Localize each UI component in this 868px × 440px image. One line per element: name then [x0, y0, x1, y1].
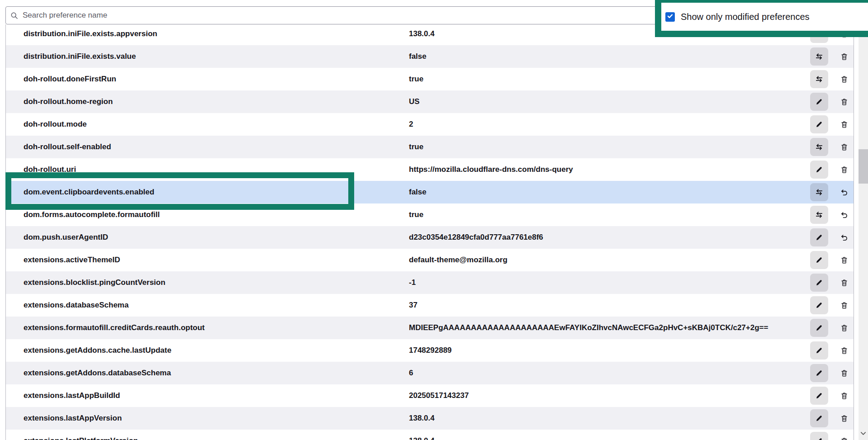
delete-pref-button[interactable]: [836, 139, 852, 155]
pref-row[interactable]: doh-rollout.urihttps://mozilla.cloudflar…: [5, 158, 854, 181]
trash-icon: [840, 392, 848, 400]
toggle-pref-button[interactable]: [810, 138, 828, 156]
preferences-table: distribution.iniFile.exists.appversion13…: [5, 0, 854, 440]
edit-pref-button[interactable]: [810, 115, 828, 133]
toggle-icon: [815, 188, 823, 196]
delete-pref-button[interactable]: [836, 388, 852, 403]
pref-name: distribution.iniFile.exists.value: [24, 52, 136, 61]
trash-icon: [840, 279, 848, 287]
pref-value: 138.0.4: [409, 414, 435, 423]
reset-pref-button[interactable]: [836, 230, 852, 245]
about-config-page: distribution.iniFile.exists.appversion13…: [0, 0, 868, 440]
pref-name: doh-rollout.mode: [24, 120, 87, 129]
pref-row[interactable]: extensions.databaseSchema37: [5, 294, 854, 317]
delete-pref-button[interactable]: [836, 433, 852, 440]
pref-row[interactable]: extensions.lastPlatformVersion138.0.4: [5, 430, 854, 440]
pref-name: dom.event.clipboardevents.enabled: [24, 188, 154, 197]
edit-icon: [816, 437, 823, 440]
scrollbar[interactable]: [859, 21, 868, 440]
edit-pref-button[interactable]: [810, 228, 828, 246]
toggle-pref-button[interactable]: [810, 206, 828, 224]
edit-pref-button[interactable]: [810, 296, 828, 314]
pref-row[interactable]: distribution.iniFile.exists.valuefalse: [5, 45, 854, 68]
pref-name: extensions.databaseSchema: [24, 301, 128, 310]
pref-name: extensions.blocklist.pingCountVersion: [24, 278, 166, 287]
delete-pref-button[interactable]: [836, 320, 852, 336]
chevron-down-icon: [860, 430, 867, 439]
pref-name: extensions.formautofill.creditCards.reau…: [24, 323, 205, 332]
edit-pref-button[interactable]: [810, 364, 828, 382]
show-only-modified-checkbox[interactable]: [665, 12, 675, 22]
pref-row[interactable]: dom.forms.autocomplete.formautofilltrue: [5, 203, 854, 226]
pref-row[interactable]: extensions.activeThemeIDdefault-theme@mo…: [5, 249, 854, 271]
delete-pref-button[interactable]: [836, 252, 852, 268]
show-only-modified-label[interactable]: Show only modified preferences: [681, 12, 810, 22]
pref-value: 1748292889: [409, 346, 452, 355]
edit-pref-button[interactable]: [810, 341, 828, 360]
toggle-pref-button[interactable]: [810, 70, 828, 88]
pref-value: true: [409, 210, 423, 219]
trash-icon: [840, 76, 848, 83]
pref-name: doh-rollout.self-enabled: [24, 142, 111, 151]
pref-row-selected[interactable]: dom.event.clipboardevents.enabledfalse: [5, 181, 854, 203]
trash-icon: [840, 143, 848, 151]
edit-pref-button[interactable]: [810, 432, 828, 440]
delete-pref-button[interactable]: [836, 71, 852, 87]
toggle-pref-button[interactable]: [810, 47, 828, 66]
edit-pref-button[interactable]: [810, 93, 828, 111]
delete-pref-button[interactable]: [836, 275, 852, 290]
pref-value: false: [409, 52, 427, 61]
pref-name: extensions.lastPlatformVersion: [24, 436, 138, 440]
delete-pref-button[interactable]: [836, 49, 852, 64]
trash-icon: [840, 415, 848, 422]
pref-name: doh-rollout.doneFirstRun: [24, 75, 116, 84]
delete-pref-button[interactable]: [836, 298, 852, 313]
pref-row[interactable]: doh-rollout.home-regionUS: [5, 90, 854, 113]
edit-pref-button[interactable]: [810, 161, 828, 179]
toggle-pref-button[interactable]: [810, 183, 828, 201]
trash-icon: [840, 369, 848, 377]
toggle-icon: [815, 143, 823, 151]
delete-pref-button[interactable]: [836, 343, 852, 358]
edit-pref-button[interactable]: [810, 274, 828, 292]
pref-row[interactable]: extensions.blocklist.pingCountVersion-1: [5, 271, 854, 294]
scrollbar-down-button[interactable]: [859, 429, 868, 439]
delete-pref-button[interactable]: [836, 162, 852, 177]
pref-row[interactable]: doh-rollout.mode2: [5, 113, 854, 136]
scrollbar-thumb[interactable]: [859, 149, 868, 184]
pref-row[interactable]: extensions.getAddons.databaseSchema6: [5, 362, 854, 384]
pref-row[interactable]: dom.push.userAgentIDd23c0354e12849cfa0d7…: [5, 226, 854, 249]
pref-row[interactable]: extensions.formautofill.creditCards.reau…: [5, 317, 854, 339]
pref-row[interactable]: doh-rollout.doneFirstRuntrue: [5, 68, 854, 90]
delete-pref-button[interactable]: [836, 117, 852, 132]
pref-name: extensions.activeThemeID: [24, 255, 120, 265]
delete-pref-button[interactable]: [836, 94, 852, 109]
trash-icon: [840, 53, 848, 61]
delete-pref-button[interactable]: [836, 411, 852, 426]
delete-pref-button[interactable]: [836, 365, 852, 381]
trash-icon: [840, 302, 848, 309]
reset-pref-button[interactable]: [836, 185, 852, 200]
pref-name: dom.forms.autocomplete.formautofill: [24, 210, 160, 219]
table-left-border: [5, 24, 6, 440]
reset-pref-button[interactable]: [836, 207, 852, 222]
pref-value: true: [409, 75, 423, 84]
pref-value: 37: [409, 301, 417, 310]
edit-pref-button[interactable]: [810, 387, 828, 405]
pref-row[interactable]: extensions.lastAppVersion138.0.4: [5, 407, 854, 430]
pref-value: 138.0.4: [409, 436, 435, 440]
edit-pref-button[interactable]: [810, 251, 828, 269]
pref-name: distribution.iniFile.exists.appversion: [24, 29, 157, 38]
pref-name: extensions.getAddons.databaseSchema: [24, 369, 171, 378]
edit-pref-button[interactable]: [810, 409, 828, 427]
pref-row[interactable]: extensions.getAddons.cache.lastUpdate174…: [5, 339, 854, 362]
edit-icon: [816, 166, 823, 173]
table-right-border: [854, 24, 854, 440]
pref-value: MDIEEPgAAAAAAAAAAAAAAAAAAAAEwFAYIKoZIhvc…: [409, 323, 768, 332]
edit-pref-button[interactable]: [810, 319, 828, 337]
edit-icon: [816, 324, 823, 331]
pref-row[interactable]: extensions.lastAppBuildId20250517143237: [5, 384, 854, 407]
pref-value: false: [409, 188, 427, 197]
pref-row[interactable]: doh-rollout.self-enabledtrue: [5, 136, 854, 158]
edit-icon: [816, 98, 823, 105]
